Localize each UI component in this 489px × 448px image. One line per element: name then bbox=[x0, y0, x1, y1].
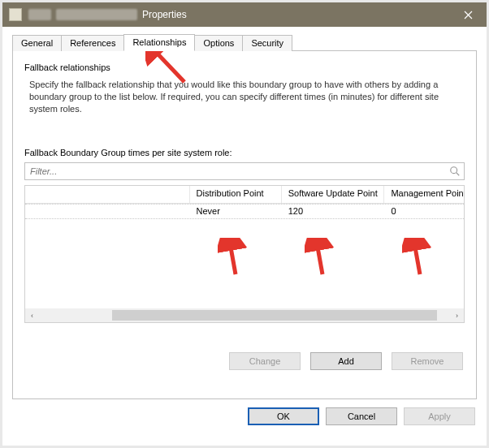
col-name[interactable] bbox=[25, 186, 190, 203]
cancel-button[interactable]: Cancel bbox=[326, 407, 397, 425]
tab-references[interactable]: References bbox=[61, 35, 124, 51]
tab-options-label: Options bbox=[203, 38, 234, 48]
fallback-grid[interactable]: Distribution Point Software Update Point… bbox=[24, 185, 465, 323]
col-distribution-point[interactable]: Distribution Point bbox=[190, 186, 282, 203]
tab-security[interactable]: Security bbox=[242, 35, 292, 51]
grid-subheader: Fallback Boundary Group times per site s… bbox=[24, 148, 465, 157]
add-button[interactable]: Add bbox=[310, 352, 382, 370]
section-description: Specify the fallback relationship that y… bbox=[29, 79, 452, 115]
scroll-left-icon[interactable]: ‹ bbox=[25, 308, 39, 322]
cell-mp: 0 bbox=[384, 205, 464, 218]
close-button[interactable] bbox=[450, 2, 487, 27]
apply-button[interactable]: Apply bbox=[404, 407, 475, 425]
col-management-point[interactable]: Management Point bbox=[384, 186, 464, 203]
dialog-button-row: OK Cancel Apply bbox=[12, 407, 477, 425]
svg-point-0 bbox=[451, 166, 457, 173]
scroll-thumb[interactable] bbox=[112, 310, 437, 321]
tab-relationships[interactable]: Relationships bbox=[123, 34, 195, 51]
grid-header: Distribution Point Software Update Point… bbox=[25, 186, 464, 204]
scroll-right-icon[interactable]: › bbox=[450, 308, 464, 322]
filter-input[interactable] bbox=[25, 163, 444, 179]
ok-button[interactable]: OK bbox=[248, 407, 319, 425]
title-suffix: Properties bbox=[142, 9, 187, 20]
close-icon bbox=[464, 11, 473, 19]
tab-options[interactable]: Options bbox=[194, 35, 243, 51]
table-row[interactable]: Never 120 0 bbox=[25, 204, 464, 219]
tabstrip: General References Relationships Options… bbox=[12, 33, 477, 50]
cell-sup: 120 bbox=[282, 205, 385, 218]
tab-general[interactable]: General bbox=[12, 35, 62, 51]
tabpanel-relationships: Fallback relationships Specify the fallb… bbox=[12, 50, 477, 399]
change-button[interactable]: Change bbox=[229, 352, 301, 370]
tab-security-label: Security bbox=[251, 38, 283, 48]
tab-references-label: References bbox=[70, 38, 115, 48]
remove-button-label: Remove bbox=[411, 356, 444, 366]
ok-button-label: OK bbox=[277, 411, 290, 421]
cell-dp: Never bbox=[190, 205, 282, 218]
app-icon bbox=[9, 8, 22, 21]
filter-field[interactable] bbox=[24, 162, 465, 180]
grid-button-row: Change Add Remove bbox=[24, 352, 465, 370]
title-redacted-1: xxxx bbox=[28, 9, 51, 20]
window-title: xxxx xxxxxxxxxxxxxxxx Properties bbox=[28, 9, 187, 20]
title-redacted-2: xxxxxxxxxxxxxxxx bbox=[56, 9, 137, 20]
cancel-button-label: Cancel bbox=[348, 411, 375, 421]
remove-button[interactable]: Remove bbox=[392, 352, 463, 370]
grid-body: Never 120 0 bbox=[25, 204, 464, 308]
horizontal-scrollbar[interactable]: ‹ › bbox=[25, 308, 464, 322]
tab-general-label: General bbox=[21, 38, 53, 48]
apply-button-label: Apply bbox=[428, 411, 451, 421]
titlebar: xxxx xxxxxxxxxxxxxxxx Properties bbox=[2, 2, 487, 27]
section-header: Fallback relationships bbox=[24, 62, 465, 72]
svg-line-1 bbox=[457, 172, 460, 175]
change-button-label: Change bbox=[249, 356, 281, 366]
scroll-track[interactable] bbox=[39, 308, 450, 322]
search-icon bbox=[449, 166, 461, 177]
add-button-label: Add bbox=[338, 356, 354, 366]
col-software-update-point[interactable]: Software Update Point bbox=[282, 186, 385, 203]
tab-relationships-label: Relationships bbox=[132, 37, 186, 47]
cell-name bbox=[25, 205, 190, 218]
